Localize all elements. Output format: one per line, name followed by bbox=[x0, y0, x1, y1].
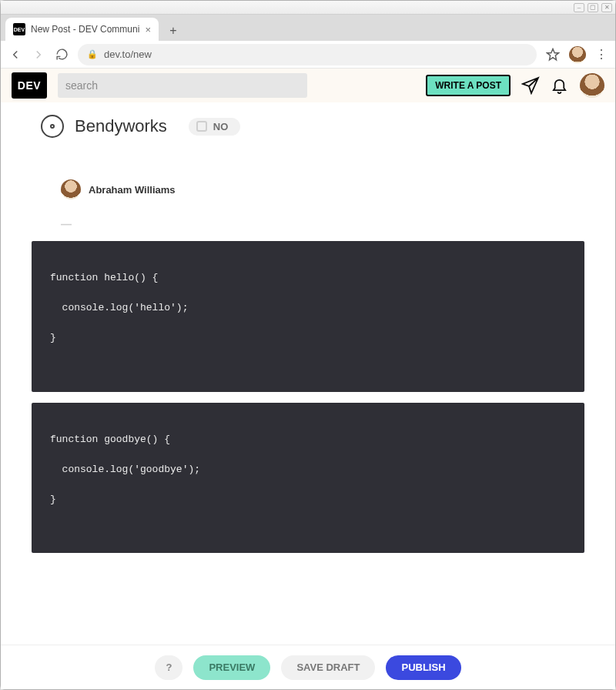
tab-close-icon[interactable]: × bbox=[145, 24, 151, 35]
app-header: DEV WRITE A POST bbox=[1, 69, 615, 102]
user-avatar[interactable] bbox=[580, 73, 604, 98]
bookmark-star-icon[interactable] bbox=[546, 48, 560, 62]
window-maximize-button[interactable]: ▢ bbox=[588, 3, 598, 12]
new-tab-button[interactable]: + bbox=[163, 21, 183, 41]
publish-button[interactable]: PUBLISH bbox=[386, 655, 460, 680]
browser-profile-avatar[interactable] bbox=[569, 46, 586, 63]
url-text: dev.to/new bbox=[104, 49, 152, 60]
save-draft-button[interactable]: SAVE DRAFT bbox=[281, 655, 375, 680]
tab-favicon-icon: DEV bbox=[13, 23, 25, 35]
tab-title: New Post - DEV Communi bbox=[31, 24, 139, 35]
paper-plane-icon[interactable] bbox=[521, 76, 540, 95]
browser-tabstrip: DEV New Post - DEV Communi × + bbox=[1, 15, 615, 41]
window-minimize-button[interactable]: – bbox=[574, 3, 584, 12]
author-name: Abraham Williams bbox=[89, 184, 176, 196]
placeholder-mark: — bbox=[16, 209, 600, 230]
bell-icon[interactable] bbox=[551, 76, 569, 95]
organization-toggle[interactable]: NO bbox=[189, 118, 241, 136]
back-button[interactable] bbox=[8, 48, 22, 62]
lock-icon: 🔒 bbox=[87, 49, 98, 59]
dev-logo[interactable]: DEV bbox=[12, 72, 47, 99]
editor-content[interactable]: Bendyworks NO Abraham Williams — functio… bbox=[1, 102, 615, 645]
editor-footer: ? PREVIEW SAVE DRAFT PUBLISH bbox=[1, 645, 615, 689]
organization-row: Bendyworks NO bbox=[16, 102, 600, 142]
write-post-button[interactable]: WRITE A POST bbox=[426, 75, 511, 96]
window-titlebar: – ▢ ✕ bbox=[1, 1, 615, 15]
browser-menu-icon[interactable]: ⋮ bbox=[595, 47, 608, 62]
author-avatar bbox=[61, 179, 81, 199]
forward-button[interactable] bbox=[32, 48, 45, 62]
window-close-button[interactable]: ✕ bbox=[601, 3, 612, 12]
checkbox-icon bbox=[196, 121, 207, 132]
reload-button[interactable] bbox=[55, 48, 69, 62]
address-bar[interactable]: 🔒 dev.to/new bbox=[78, 44, 537, 65]
browser-toolbar: 🔒 dev.to/new ⋮ bbox=[1, 41, 615, 69]
author-row: Abraham Williams bbox=[16, 142, 600, 209]
toggle-label: NO bbox=[213, 121, 229, 132]
search-input[interactable] bbox=[58, 73, 307, 98]
browser-tab[interactable]: DEV New Post - DEV Communi × bbox=[5, 18, 159, 41]
organization-name: Bendyworks bbox=[75, 116, 167, 136]
help-button[interactable]: ? bbox=[155, 655, 182, 680]
code-block: function goodbye() { console.log('goodby… bbox=[32, 403, 584, 554]
preview-button[interactable]: PREVIEW bbox=[193, 655, 270, 680]
code-block: function hello() { console.log('hello');… bbox=[32, 241, 584, 392]
organization-icon bbox=[41, 115, 64, 138]
